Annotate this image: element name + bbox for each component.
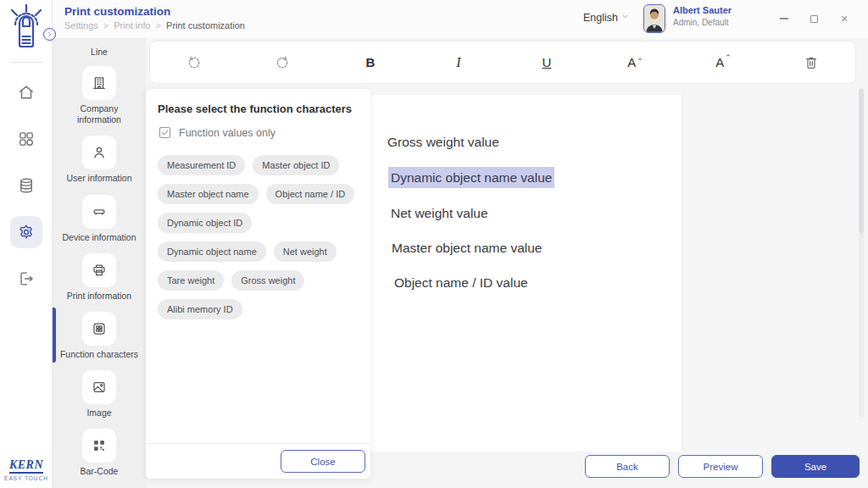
editor-line[interactable]: Object name / ID value: [387, 273, 682, 292]
font-increase-button[interactable]: A⌃: [705, 45, 741, 80]
function-chip[interactable]: Gross weight: [231, 270, 304, 291]
sidebar-item-label: User information: [66, 173, 131, 184]
apps-icon: [17, 130, 36, 148]
sidebar-item-label: Device information: [63, 232, 136, 243]
sidebar-item-line[interactable]: Line: [53, 43, 146, 58]
undo-icon: [186, 54, 203, 71]
sidebar-item-device-information[interactable]: Device information: [53, 195, 146, 243]
editor-line-text: Object name / ID value: [394, 273, 528, 292]
icon-card: [82, 429, 116, 463]
italic-button[interactable]: I: [441, 45, 476, 80]
sidebar-item-function-characters[interactable]: Function characters: [53, 312, 146, 360]
font-increase-chevron-icon: ⌃: [725, 53, 732, 62]
nav-database[interactable]: [10, 169, 42, 202]
function-panel: Please select the function characters Fu…: [146, 89, 370, 479]
avatar[interactable]: [643, 4, 665, 33]
active-indicator: [53, 308, 56, 363]
preview-button[interactable]: Preview: [678, 455, 763, 478]
nav-settings[interactable]: [10, 216, 42, 248]
app-header: Print customization Settings>Print info>…: [53, 0, 868, 38]
function-chip[interactable]: Measurement ID: [158, 155, 245, 175]
language-selector[interactable]: English: [583, 10, 631, 25]
function-chip[interactable]: Dynamic object ID: [158, 213, 252, 233]
close-icon: ×: [841, 12, 848, 25]
checkbox-label: Function values only: [179, 127, 275, 139]
function-chip[interactable]: Alibi memory ID: [158, 299, 242, 319]
nav-home[interactable]: [10, 76, 42, 108]
function-chip[interactable]: Tare weight: [158, 270, 224, 291]
checkbox-checked-icon: [158, 125, 172, 140]
sidebar-divider: [10, 62, 42, 63]
sidebar-item-label: Bar-Code: [81, 466, 119, 477]
breadcrumb-separator: >: [103, 20, 108, 30]
sidebar-item-company-information[interactable]: Company information: [53, 66, 146, 125]
breadcrumb: Settings>Print info>Print customization: [64, 20, 245, 30]
function-panel-body: Please select the function characters Fu…: [146, 89, 370, 443]
underline-button[interactable]: U: [529, 45, 565, 80]
sidebar-item-label: Print information: [67, 291, 131, 302]
sidebar-item-user-information[interactable]: User information: [53, 136, 146, 184]
font-decrease-chevron-icon: ⌄: [637, 53, 643, 62]
database-icon: [17, 176, 36, 195]
editor-line[interactable]: Net weight value: [387, 203, 682, 223]
main-sidebar: KERN EASY TOUCH: [0, 0, 53, 488]
font-decrease-button[interactable]: A⌄: [617, 45, 653, 80]
back-button[interactable]: Back: [585, 455, 670, 478]
undo-icon[interactable]: [176, 45, 212, 80]
sidebar-item-image[interactable]: Image: [53, 370, 146, 419]
icon-card: [82, 66, 116, 100]
bold-button[interactable]: B: [353, 45, 388, 80]
sidebar-item-print-information[interactable]: Print information: [53, 253, 146, 302]
sidebar-item-label: Function characters: [60, 349, 138, 360]
breadcrumb-item[interactable]: Settings: [64, 20, 98, 30]
font-decrease-label: A: [627, 55, 636, 69]
touch-logo-icon: [6, 4, 47, 52]
delete-icon: [803, 54, 820, 71]
breadcrumb-separator: >: [156, 20, 161, 30]
editor-line-selected[interactable]: Dynamic object name value: [387, 167, 682, 188]
function-values-checkbox[interactable]: Function values only: [158, 125, 359, 140]
chevron-down-icon: [620, 10, 631, 25]
scrollbar-thumb[interactable]: [859, 89, 864, 233]
redo-icon[interactable]: [264, 45, 300, 80]
maximize-button[interactable]: [805, 10, 822, 27]
redo-icon: [274, 54, 291, 71]
function-chip[interactable]: Dynamic object name: [158, 241, 266, 262]
function-chip[interactable]: Master object ID: [253, 155, 339, 175]
breadcrumb-item: Print customization: [166, 20, 245, 30]
close-panel-button[interactable]: Close: [281, 450, 365, 473]
breadcrumb-item[interactable]: Print info: [114, 20, 150, 30]
sidebar-item-bar-code[interactable]: Bar-Code: [53, 429, 146, 477]
close-button[interactable]: ×: [836, 10, 853, 27]
language-label: English: [583, 12, 618, 24]
building-icon: [91, 75, 108, 92]
function-panel-title: Please select the function characters: [158, 103, 359, 115]
print-editor[interactable]: Gross weight valueDynamic object name va…: [370, 95, 682, 452]
icon-card: [82, 253, 116, 287]
editor-line-text: Net weight value: [391, 203, 488, 223]
editor-line-text: Master object name value: [392, 238, 542, 258]
sidebar-item-label: Image: [86, 408, 111, 419]
maximize-icon: [810, 15, 818, 23]
brand-logo: KERN EASY TOUCH: [0, 457, 53, 481]
sidebar-expand-button[interactable]: [43, 28, 56, 41]
printer-icon: [91, 262, 108, 279]
delete-icon[interactable]: [793, 45, 829, 80]
sidebar-item-label: Company information: [58, 103, 140, 125]
editor-line[interactable]: Master object name value: [387, 238, 682, 258]
nav-apps[interactable]: [10, 123, 42, 155]
minimize-button[interactable]: [776, 10, 793, 27]
function-chip[interactable]: Net weight: [274, 241, 337, 262]
function-chip[interactable]: Object name / ID: [266, 184, 355, 204]
icon-card: [82, 370, 116, 404]
vertical-scrollbar[interactable]: [859, 87, 864, 418]
save-button[interactable]: Save: [771, 455, 860, 478]
section-list: LineCompany informationUser informationD…: [53, 38, 146, 487]
nav-logout[interactable]: [10, 263, 42, 295]
editor-line[interactable]: Gross weight value: [387, 132, 682, 152]
function-chip[interactable]: Master object name: [158, 184, 259, 204]
user-name: Albert Sauter: [673, 5, 732, 15]
logout-icon: [17, 269, 36, 288]
underline-label: U: [542, 55, 552, 69]
brand-name: KERN: [9, 459, 43, 474]
